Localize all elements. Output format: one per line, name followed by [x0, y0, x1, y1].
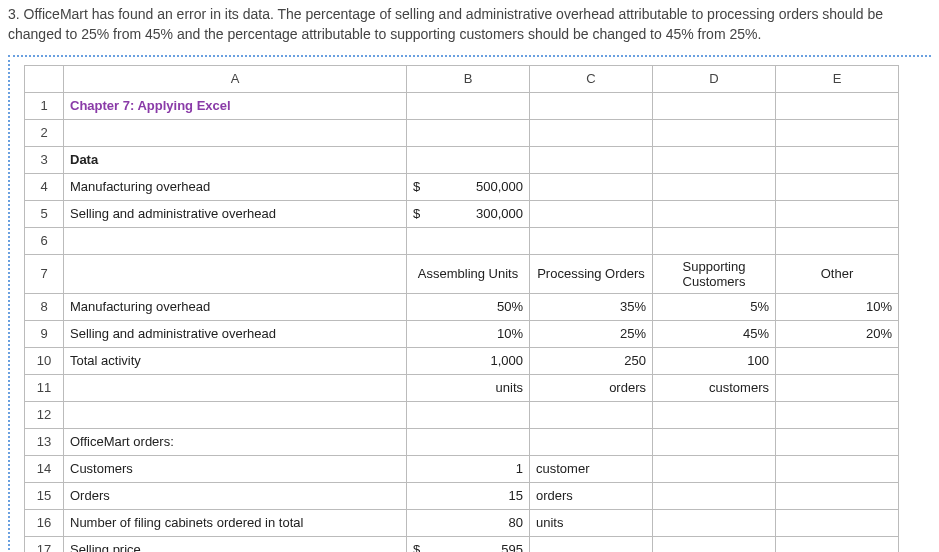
cell-E12[interactable] — [776, 401, 899, 428]
cell-D15[interactable] — [653, 482, 776, 509]
cell-A10[interactable]: Total activity — [64, 347, 407, 374]
cell-D13[interactable] — [653, 428, 776, 455]
cell-A1[interactable]: Chapter 7: Applying Excel — [64, 92, 407, 119]
cell-E9[interactable]: 20% — [776, 320, 899, 347]
cell-E7[interactable]: Other — [776, 254, 899, 293]
cell-B15[interactable]: 15 — [407, 482, 530, 509]
row-header-10: 10 — [25, 347, 64, 374]
row-header-5: 5 — [25, 200, 64, 227]
cell-C3[interactable] — [530, 146, 653, 173]
cell-B8[interactable]: 50% — [407, 293, 530, 320]
row-header-16: 16 — [25, 509, 64, 536]
cell-C2[interactable] — [530, 119, 653, 146]
cell-A3[interactable]: Data — [64, 146, 407, 173]
cell-E14[interactable] — [776, 455, 899, 482]
cell-E5[interactable] — [776, 200, 899, 227]
cell-E16[interactable] — [776, 509, 899, 536]
cell-D12[interactable] — [653, 401, 776, 428]
cell-A13[interactable]: OfficeMart orders: — [64, 428, 407, 455]
cell-A16[interactable]: Number of filing cabinets ordered in tot… — [64, 509, 407, 536]
cell-E17[interactable] — [776, 536, 899, 552]
col-header-C: C — [530, 65, 653, 92]
cell-A8[interactable]: Manufacturing overhead — [64, 293, 407, 320]
cell-D2[interactable] — [653, 119, 776, 146]
cell-C10[interactable]: 250 — [530, 347, 653, 374]
row-16: 16 Number of filing cabinets ordered in … — [25, 509, 899, 536]
currency-symbol: $ — [413, 542, 420, 552]
cell-C13[interactable] — [530, 428, 653, 455]
cell-E11[interactable] — [776, 374, 899, 401]
cell-C16[interactable]: units — [530, 509, 653, 536]
cell-E8[interactable]: 10% — [776, 293, 899, 320]
question-text: 3. OfficeMart has found an error in its … — [8, 4, 931, 45]
cell-C14[interactable]: customer — [530, 455, 653, 482]
cell-A9[interactable]: Selling and administrative overhead — [64, 320, 407, 347]
cell-D16[interactable] — [653, 509, 776, 536]
cell-D10[interactable]: 100 — [653, 347, 776, 374]
cell-E13[interactable] — [776, 428, 899, 455]
row-header-3: 3 — [25, 146, 64, 173]
cell-B17[interactable]: $595 — [407, 536, 530, 552]
cell-A5[interactable]: Selling and administrative overhead — [64, 200, 407, 227]
cell-C9[interactable]: 25% — [530, 320, 653, 347]
cell-D8[interactable]: 5% — [653, 293, 776, 320]
cell-A6[interactable] — [64, 227, 407, 254]
cell-A12[interactable] — [64, 401, 407, 428]
cell-B4[interactable]: $500,000 — [407, 173, 530, 200]
cell-B14[interactable]: 1 — [407, 455, 530, 482]
row-header-9: 9 — [25, 320, 64, 347]
cell-C5[interactable] — [530, 200, 653, 227]
cell-D6[interactable] — [653, 227, 776, 254]
cell-E4[interactable] — [776, 173, 899, 200]
row-header-1: 1 — [25, 92, 64, 119]
column-header-row: A B C D E — [25, 65, 899, 92]
cell-C12[interactable] — [530, 401, 653, 428]
cell-B6[interactable] — [407, 227, 530, 254]
cell-E10[interactable] — [776, 347, 899, 374]
cell-C8[interactable]: 35% — [530, 293, 653, 320]
cell-A2[interactable] — [64, 119, 407, 146]
cell-C1[interactable] — [530, 92, 653, 119]
cell-A11[interactable] — [64, 374, 407, 401]
cell-D17[interactable] — [653, 536, 776, 552]
cell-C15[interactable]: orders — [530, 482, 653, 509]
cell-A7[interactable] — [64, 254, 407, 293]
row-4: 4 Manufacturing overhead $500,000 — [25, 173, 899, 200]
cell-D4[interactable] — [653, 173, 776, 200]
row-header-14: 14 — [25, 455, 64, 482]
cell-B7[interactable]: Assembling Units — [407, 254, 530, 293]
cell-C17[interactable] — [530, 536, 653, 552]
cell-D11[interactable]: customers — [653, 374, 776, 401]
cell-B3[interactable] — [407, 146, 530, 173]
cell-C7[interactable]: Processing Orders — [530, 254, 653, 293]
cell-D5[interactable] — [653, 200, 776, 227]
currency-value: 500,000 — [476, 179, 523, 194]
cell-D14[interactable] — [653, 455, 776, 482]
cell-B9[interactable]: 10% — [407, 320, 530, 347]
cell-C11[interactable]: orders — [530, 374, 653, 401]
cell-B12[interactable] — [407, 401, 530, 428]
cell-B13[interactable] — [407, 428, 530, 455]
cell-A17[interactable]: Selling price — [64, 536, 407, 552]
cell-B16[interactable]: 80 — [407, 509, 530, 536]
cell-D9[interactable]: 45% — [653, 320, 776, 347]
cell-E1[interactable] — [776, 92, 899, 119]
cell-D3[interactable] — [653, 146, 776, 173]
cell-A15[interactable]: Orders — [64, 482, 407, 509]
cell-B5[interactable]: $300,000 — [407, 200, 530, 227]
cell-A4[interactable]: Manufacturing overhead — [64, 173, 407, 200]
cell-C6[interactable] — [530, 227, 653, 254]
cell-B1[interactable] — [407, 92, 530, 119]
cell-E15[interactable] — [776, 482, 899, 509]
cell-D7[interactable]: Supporting Customers — [653, 254, 776, 293]
cell-B2[interactable] — [407, 119, 530, 146]
cell-D1[interactable] — [653, 92, 776, 119]
cell-B11[interactable]: units — [407, 374, 530, 401]
cell-E3[interactable] — [776, 146, 899, 173]
cell-E6[interactable] — [776, 227, 899, 254]
cell-B10[interactable]: 1,000 — [407, 347, 530, 374]
cell-A14[interactable]: Customers — [64, 455, 407, 482]
cell-E2[interactable] — [776, 119, 899, 146]
cell-C4[interactable] — [530, 173, 653, 200]
row-14: 14 Customers 1 customer — [25, 455, 899, 482]
